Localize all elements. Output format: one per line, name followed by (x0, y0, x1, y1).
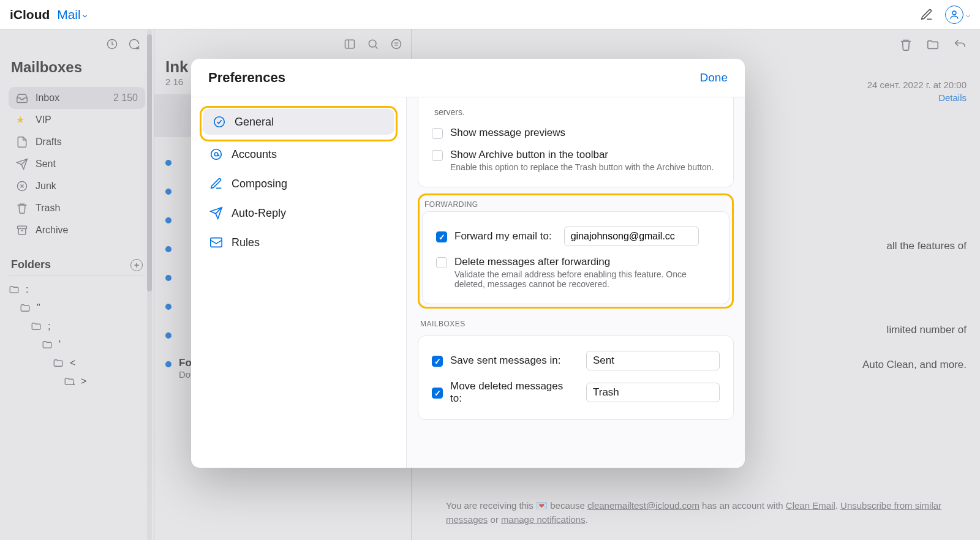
previews-checkbox[interactable] (432, 128, 443, 139)
nav-rules[interactable]: Rules (200, 230, 398, 255)
delete-after-checkbox[interactable] (436, 257, 447, 268)
svg-point-7 (214, 117, 225, 127)
svg-point-0 (952, 11, 956, 15)
archive-checkbox[interactable] (432, 150, 443, 161)
move-deleted-label: Move deleted messages to: (450, 380, 567, 405)
forward-label: Forward my email to: (454, 230, 552, 242)
nav-composing[interactable]: Composing (200, 171, 398, 197)
nav-label: Auto-Reply (232, 207, 286, 220)
brand-icloud: iCloud (10, 7, 50, 22)
archive-sub: Enable this option to replace the Trash … (450, 162, 714, 172)
nav-label: Accounts (232, 148, 277, 161)
move-deleted-select[interactable]: Trash (586, 383, 720, 402)
prefs-nav: General Accounts Composing Auto-Reply Ru… (191, 97, 407, 468)
nav-accounts[interactable]: Accounts (200, 141, 398, 167)
move-deleted-checkbox[interactable] (432, 388, 443, 399)
svg-point-9 (214, 152, 218, 156)
svg-point-8 (211, 149, 222, 160)
save-sent-select[interactable]: Sent (586, 351, 720, 370)
account-avatar-icon[interactable] (945, 6, 963, 24)
delete-after-label: Delete messages after forwarding (454, 256, 715, 268)
account-chevron-icon[interactable]: ⌵ (966, 10, 970, 19)
chevron-down-icon: ⌵ (83, 10, 87, 19)
mailboxes-section-label: Mailboxes (420, 320, 731, 328)
compose-icon[interactable] (919, 7, 934, 22)
nav-general[interactable]: General (203, 109, 394, 135)
brand[interactable]: iCloud Mail ⌵ (10, 7, 87, 22)
forward-email-input[interactable] (564, 227, 699, 246)
forward-checkbox[interactable] (436, 231, 447, 242)
previews-label: Show message previews (450, 127, 565, 139)
preferences-modal: Preferences Done General Accounts Compos… (191, 59, 745, 468)
nav-label: General (235, 116, 274, 129)
delete-after-sub: Validate the email address before enabli… (454, 269, 715, 289)
save-sent-checkbox[interactable] (432, 356, 443, 367)
top-bar: iCloud Mail ⌵ ⌵ (0, 0, 980, 29)
nav-autoreply[interactable]: Auto-Reply (200, 200, 398, 226)
nav-label: Rules (232, 236, 260, 249)
modal-title: Preferences (208, 70, 285, 86)
forwarding-section-label: Forwarding (424, 200, 727, 209)
prefs-content[interactable]: servers. Show message previews Show Arch… (407, 97, 745, 468)
svg-rect-10 (211, 238, 222, 247)
brand-mail: Mail (57, 7, 81, 22)
save-sent-label: Save sent messages in: (450, 354, 560, 367)
remote-snippet: servers. (432, 107, 720, 122)
done-button[interactable]: Done (700, 71, 728, 84)
archive-label: Show Archive button in the toolbar (450, 149, 714, 161)
nav-label: Composing (232, 178, 287, 190)
